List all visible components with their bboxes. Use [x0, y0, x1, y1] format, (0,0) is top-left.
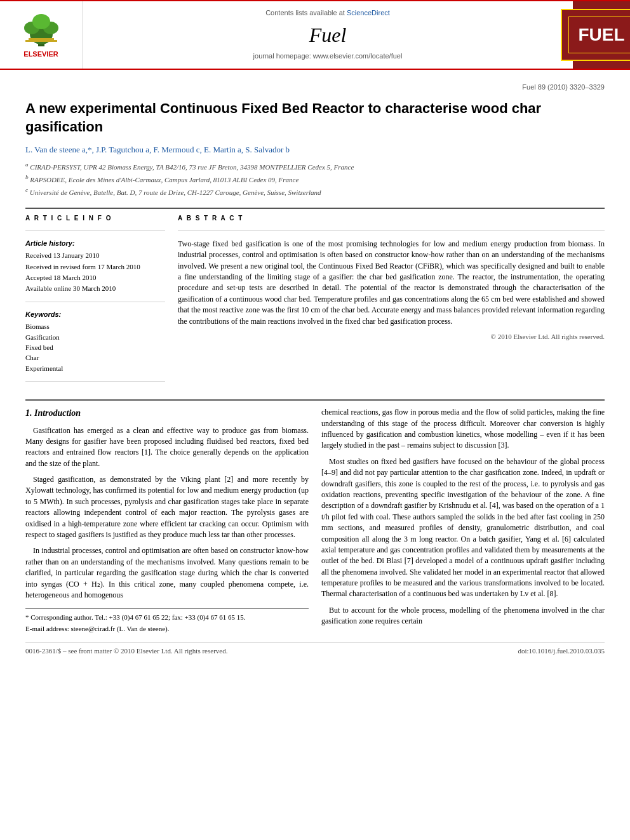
fuel-logo-box: FUEL: [561, 9, 630, 60]
article-info-panel: A R T I C L E I N F O Article history: R…: [25, 214, 165, 389]
keyword-experimental: Experimental: [25, 364, 165, 373]
accepted-date: Accepted 18 March 2010: [25, 273, 165, 283]
authors-text: L. Van de steene a,*, J.P. Tagutchou a, …: [25, 145, 290, 154]
copyright-line: © 2010 Elsevier Ltd. All rights reserved…: [178, 332, 605, 342]
affiliation-c: c Université de Genève, Batelle, Bat. D,…: [25, 186, 605, 197]
page: ELSEVIER Contents lists available at Sci…: [0, 0, 630, 840]
doi-text: doi:10.1016/j.fuel.2010.03.035: [518, 646, 605, 656]
keyword-gasification: Gasification: [25, 333, 165, 342]
abstract-text: Two-stage fixed bed gasification is one …: [178, 239, 605, 327]
body-right-para-1: chemical reactions, gas flow in porous m…: [321, 407, 605, 451]
fuel-logo-area: FUEL: [573, 1, 630, 69]
divider-1: [25, 230, 165, 231]
bottom-info: 0016-2361/$ – see front matter © 2010 El…: [25, 642, 605, 656]
science-direct-text: Contents lists available at ScienceDirec…: [265, 8, 390, 18]
body-divider: [25, 399, 605, 401]
abstract-panel: A B S T R A C T Two-stage fixed bed gasi…: [178, 214, 605, 389]
svg-point-4: [32, 14, 50, 29]
journal-header: ELSEVIER Contents lists available at Sci…: [0, 0, 630, 70]
fuel-logo-inner: FUEL: [568, 17, 630, 53]
keyword-fixed-bed: Fixed bed: [25, 343, 165, 352]
elsevier-tree-icon: [19, 10, 64, 48]
body-columns: 1. Introduction Gasification has emerged…: [25, 407, 605, 636]
body-left-column: 1. Introduction Gasification has emerged…: [25, 407, 309, 636]
svg-rect-6: [25, 40, 57, 42]
divider-thick: [25, 208, 605, 209]
revised-date: Received in revised form 17 March 2010: [25, 262, 165, 272]
issn-text: 0016-2361/$ – see front matter © 2010 El…: [25, 646, 227, 656]
article-citation: Fuel 89 (2010) 3320–3329: [25, 83, 605, 92]
fuel-logo-text: FUEL: [578, 25, 624, 44]
history-items: Received 13 January 2010 Received in rev…: [25, 251, 165, 294]
received-date: Received 13 January 2010: [25, 251, 165, 260]
elsevier-logo-area: ELSEVIER: [0, 1, 83, 69]
journal-homepage: journal homepage: www.elsevier.com/locat…: [253, 51, 403, 61]
article-info-label: A R T I C L E I N F O: [25, 214, 165, 223]
science-direct-link[interactable]: ScienceDirect: [347, 9, 390, 17]
body-left-para-1: Gasification has emerged as a clean and …: [25, 425, 309, 470]
body-right-column: chemical reactions, gas flow in porous m…: [321, 407, 605, 636]
article-title: A new experimental Continuous Fixed Bed …: [25, 100, 605, 136]
footnote-area: * Corresponding author. Tel.: +33 (0)4 6…: [25, 608, 309, 634]
elsevier-label: ELSEVIER: [23, 50, 58, 59]
keyword-biomass: Biomass: [25, 322, 165, 331]
body-right-para-2: Most studies on fixed bed gasifiers have…: [321, 457, 605, 600]
divider-3: [25, 381, 165, 382]
elsevier-logo: ELSEVIER: [19, 10, 64, 59]
body-left-para-2: Staged gasification, as demonstrated by …: [25, 474, 309, 540]
main-content: Fuel 89 (2010) 3320–3329 A new experimen…: [0, 70, 630, 669]
divider-2: [25, 302, 165, 302]
svg-rect-5: [29, 38, 54, 40]
affiliation-a: a CIRAD-PERSYST, UPR 42 Biomass Energy, …: [25, 161, 605, 172]
journal-title: Fuel: [309, 21, 347, 50]
section1-heading: 1. Introduction: [25, 407, 309, 420]
article-info-abstract: A R T I C L E I N F O Article history: R…: [25, 214, 605, 389]
available-date: Available online 30 March 2010: [25, 284, 165, 293]
divider-abstract: [178, 230, 605, 231]
keywords-label: Keywords:: [25, 310, 165, 319]
authors-line: L. Van de steene a,*, J.P. Tagutchou a, …: [25, 144, 605, 156]
body-right-para-3: But to account for the whole process, mo…: [321, 605, 605, 627]
affiliations: a CIRAD-PERSYST, UPR 42 Biomass Energy, …: [25, 161, 605, 197]
body-left-para-3: In industrial processes, control and opt…: [25, 545, 309, 601]
keyword-char: Char: [25, 353, 165, 363]
affiliation-b: b RAPSODEE, Ecole des Mines d'Albi-Carma…: [25, 173, 605, 185]
abstract-label: A B S T R A C T: [178, 214, 605, 223]
footnote-email: E-mail address: steene@cirad.fr (L. Van …: [25, 624, 309, 634]
history-label: Article history:: [25, 239, 165, 248]
journal-center-info: Contents lists available at ScienceDirec…: [83, 1, 573, 69]
footnote-corresponding: * Corresponding author. Tel.: +33 (0)4 6…: [25, 613, 309, 623]
